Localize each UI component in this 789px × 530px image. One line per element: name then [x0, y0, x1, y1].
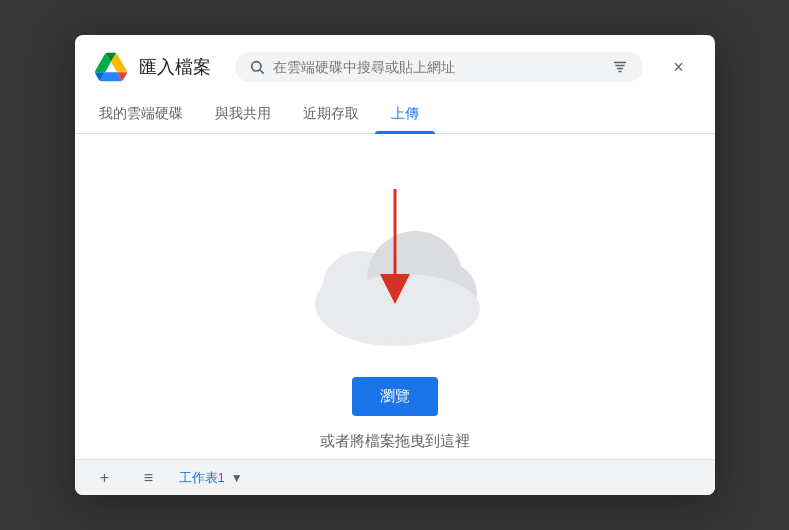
dialog-header: 匯入檔案 ×	[75, 35, 715, 95]
search-bar[interactable]	[235, 52, 643, 82]
sheet-chevron-icon: ▼	[231, 471, 243, 485]
dialog-title: 匯入檔案	[139, 55, 211, 79]
sheet-tab[interactable]: 工作表1 ▼	[179, 469, 243, 487]
add-sheet-button[interactable]: +	[91, 464, 119, 492]
browse-button[interactable]: 瀏覽	[352, 377, 438, 416]
svg-line-1	[260, 70, 264, 74]
dialog-overlay: 匯入檔案 ×	[0, 0, 789, 530]
menu-button[interactable]: ≡	[135, 464, 163, 492]
tab-shared[interactable]: 與我共用	[199, 95, 287, 133]
filter-icon[interactable]	[611, 58, 629, 76]
svg-marker-12	[380, 274, 410, 304]
drive-logo	[95, 51, 127, 83]
drag-hint: 或者將檔案拖曳到這裡	[320, 432, 470, 451]
search-input[interactable]	[273, 59, 599, 75]
upload-content: 瀏覽 或者將檔案拖曳到這裡	[75, 134, 715, 495]
tabs-bar: 我的雲端硬碟 與我共用 近期存取 上傳	[75, 95, 715, 134]
search-icon	[249, 59, 265, 75]
tab-upload[interactable]: 上傳	[375, 95, 435, 133]
tab-my-drive[interactable]: 我的雲端硬碟	[95, 95, 199, 133]
import-dialog: 匯入檔案 ×	[75, 35, 715, 495]
tab-recent[interactable]: 近期存取	[287, 95, 375, 133]
dialog-footer: + ≡ 工作表1 ▼	[75, 459, 715, 495]
arrow-down-icon	[370, 189, 420, 319]
sheet-label: 工作表1	[179, 469, 225, 487]
svg-point-0	[251, 62, 260, 71]
upload-illustration	[275, 179, 515, 369]
close-button[interactable]: ×	[663, 51, 695, 83]
